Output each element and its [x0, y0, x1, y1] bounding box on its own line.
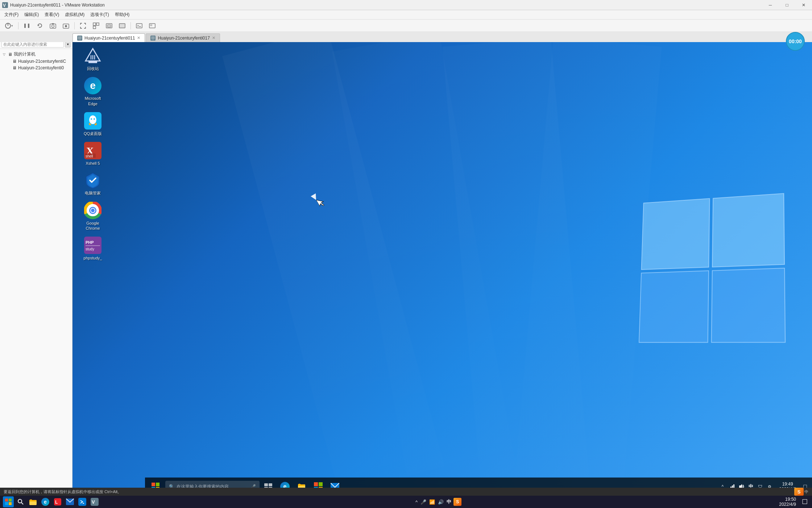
- win-logo-pane-tl: [641, 198, 710, 270]
- host-explorer-icon: [29, 499, 37, 505]
- unity-button[interactable]: [90, 21, 102, 30]
- snapshot2-button[interactable]: [60, 21, 72, 30]
- host-lenovo-button[interactable]: L: [52, 496, 63, 507]
- host-tray-expand[interactable]: ^: [415, 499, 418, 505]
- suspend-button[interactable]: [21, 21, 33, 30]
- close-button[interactable]: ✕: [795, 0, 812, 10]
- svg-text:shell: shell: [86, 154, 93, 158]
- host-vscode-button[interactable]: [77, 496, 88, 507]
- vm1-icon: 🖥: [12, 59, 17, 64]
- host-search-icon: [18, 499, 24, 505]
- svg-rect-59: [319, 482, 323, 486]
- vmware-status-bar: 要返回到您的计算机，请将鼠标指针从虚拟机中移出或按 Ctrl+Alt。 S 中: [0, 488, 812, 496]
- host-sys-tray: ^ 🎤 📶 🔊 中 S: [415, 498, 461, 506]
- power-menu-button[interactable]: ▾: [2, 21, 16, 30]
- tab-vm1[interactable]: Huaiyun-21centuyfenti011 ✕: [72, 33, 145, 42]
- host-time: 19:50: [779, 497, 796, 502]
- desktop-icon-qq[interactable]: QQ桌面版: [78, 111, 107, 138]
- svg-rect-12: [96, 23, 99, 25]
- svg-rect-25: [151, 36, 155, 39]
- tab-vm2-close[interactable]: ✕: [212, 36, 215, 40]
- svg-rect-22: [78, 36, 82, 39]
- desktop-icon-phpstudy[interactable]: PHP study phpstudy_: [78, 235, 107, 262]
- desktop-icon-pcmgr[interactable]: 电脑管家: [78, 170, 107, 197]
- qq-label: QQ桌面版: [84, 131, 102, 136]
- host-edge-button[interactable]: e: [40, 496, 51, 507]
- host-tray-mic[interactable]: 🎤: [420, 499, 427, 505]
- phpstudy-label: phpstudy_: [84, 255, 102, 261]
- host-taskbar: e L V ^ 🎤 📶 🔊 中 S: [0, 496, 812, 508]
- app-title: Huaiyun-21centuyfenti011 - VMware Workst…: [10, 3, 762, 8]
- host-notification[interactable]: ☐: [800, 498, 809, 506]
- desktop-icon-chrome[interactable]: Google Chrome: [78, 200, 107, 233]
- host-search-button[interactable]: [15, 496, 26, 507]
- tree-item-vm1[interactable]: 🖥 Huaiyun-21centuryfentiC: [0, 58, 72, 65]
- tree-item-vm2[interactable]: 🖥 Huaiyun-21centuyfenti0: [0, 65, 72, 71]
- host-tray-ime[interactable]: 中: [446, 499, 452, 505]
- svg-rect-17: [136, 24, 142, 28]
- toolbar-separator-1: [18, 22, 18, 29]
- desktop-icon-edge[interactable]: e Microsoft Edge: [78, 75, 107, 108]
- chrome-label: Google Chrome: [80, 221, 106, 231]
- fit-guest-icon: [106, 22, 112, 29]
- tab-vm2-icon: [150, 36, 156, 41]
- revert-button[interactable]: [34, 21, 46, 30]
- menu-view[interactable]: 查看(V): [42, 10, 62, 19]
- host-tray-volume[interactable]: 🔊: [437, 499, 444, 505]
- minimize-button[interactable]: ─: [762, 0, 779, 10]
- menu-options[interactable]: 选项卡(T): [87, 10, 112, 19]
- snapshot-button[interactable]: [47, 21, 59, 30]
- vm-desktop[interactable]: 回收站 e Microsoft Edge: [72, 42, 812, 496]
- xshell-icon: X shell: [84, 142, 102, 159]
- svg-rect-28: [88, 61, 97, 63]
- phpstudy-icon: PHP study: [84, 237, 102, 254]
- fit-guest-button[interactable]: [103, 21, 115, 30]
- svg-point-34: [94, 118, 95, 120]
- host-tray-wifi[interactable]: 📶: [428, 499, 436, 505]
- fit-window-button[interactable]: [116, 21, 128, 30]
- host-clock[interactable]: 19:50 2022/4/9: [776, 497, 799, 507]
- console-icon: [136, 22, 142, 29]
- toolbar: ▾: [0, 20, 812, 32]
- svg-rect-52: [264, 483, 268, 486]
- supersoft-label: 中: [804, 489, 808, 495]
- svg-text:study: study: [86, 247, 94, 251]
- pcmgr-icon: [84, 172, 102, 189]
- tree-item-mycomputer[interactable]: ▽ 🖥 我的计算机: [0, 50, 72, 58]
- vm-tabs: Huaiyun-21centuyfenti011 ✕ Huaiyun-21cen…: [0, 32, 812, 42]
- tab-vm1-close[interactable]: ✕: [137, 36, 140, 40]
- pcmgr-label: 电脑管家: [85, 190, 101, 196]
- tree-label-mycomputer: 我的计算机: [14, 51, 36, 57]
- host-foxmail-icon: [66, 499, 74, 505]
- host-start-button[interactable]: [3, 496, 14, 507]
- svg-rect-26: [152, 40, 154, 40]
- desktop-icon-xshell[interactable]: X shell Xshell 5: [78, 140, 107, 167]
- host-vmware-button[interactable]: V: [89, 496, 100, 507]
- menu-file[interactable]: 文件(F): [1, 10, 21, 19]
- snapshot2-icon: [63, 22, 69, 29]
- edge-label: Microsoft Edge: [80, 96, 106, 106]
- host-foxmail-button[interactable]: [65, 496, 75, 507]
- unity-icon: [93, 22, 99, 29]
- svg-text:L: L: [55, 500, 58, 505]
- host-date: 2022/4/9: [779, 502, 796, 507]
- host-explorer-button[interactable]: [28, 496, 38, 507]
- menu-vm[interactable]: 虚拟机(M): [62, 10, 87, 19]
- tab-vm2[interactable]: Huaiyun-21centuryfenti017 ✕: [146, 33, 220, 42]
- fullscreen-button[interactable]: [77, 21, 89, 30]
- menu-help[interactable]: 帮助(H): [112, 10, 133, 19]
- host-windows-icon: [5, 499, 12, 505]
- svg-rect-71: [9, 502, 12, 505]
- host-vscode-icon: [78, 498, 86, 506]
- restore-button[interactable]: □: [779, 0, 795, 10]
- desktop-icon-recycle[interactable]: 回收站: [78, 46, 107, 73]
- suspend-icon: [24, 22, 30, 29]
- host-vmware-icon: V: [91, 498, 99, 506]
- svg-rect-45: [86, 245, 100, 246]
- qq-icon: [84, 112, 102, 130]
- supersoft-tray-icon[interactable]: S: [453, 498, 461, 506]
- screenshot-button[interactable]: [146, 21, 158, 30]
- recycle-icon: [84, 47, 102, 65]
- menu-edit[interactable]: 编辑(E): [21, 10, 42, 19]
- console-button[interactable]: [133, 21, 145, 30]
